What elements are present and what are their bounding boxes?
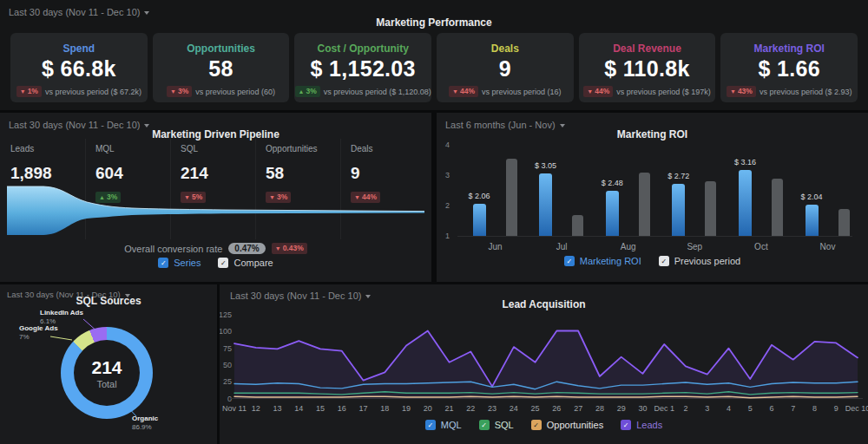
funnel-title: Marketing Driven Pipeline xyxy=(0,128,431,140)
roi-bar-previous xyxy=(639,173,650,237)
legend-checkbox-marketing-roi[interactable]: Marketing ROI xyxy=(564,256,641,266)
roi-legend: Marketing ROIPrevious period xyxy=(437,256,868,266)
legend-checkbox-previous-period[interactable]: Previous period xyxy=(659,256,740,266)
kpi-title: Opportunities xyxy=(153,42,290,55)
delta-badge: 5% xyxy=(181,192,206,203)
stage-delta: 3% xyxy=(266,187,345,203)
delta-badge: 3% xyxy=(95,192,121,203)
legend-label: Previous period xyxy=(674,256,740,266)
arrow-down-icon xyxy=(587,87,593,96)
kpi-compare-text: vs previous period ($ 1,120.08) xyxy=(324,88,431,96)
kpi-cards-row: Spend$ 66.8k1%vs previous period ($ 67.2… xyxy=(10,33,858,102)
x-tick-label: 9 xyxy=(834,404,838,413)
delta-value: 43% xyxy=(738,87,753,96)
delta-value: 44% xyxy=(460,87,475,96)
kpi-card: Opportunities583%vs previous period (60) xyxy=(153,33,290,102)
kpi-delta-row: 44%vs previous period (16) xyxy=(437,86,574,97)
kpi-title: Deals xyxy=(437,42,574,55)
arrow-down-icon xyxy=(354,193,360,202)
bar-value-label: $ 3.05 xyxy=(520,161,572,170)
donut-center: 214 Total xyxy=(74,340,140,406)
kpi-delta-row: 43%vs previous period ($ 2.93) xyxy=(720,86,858,97)
chevron-down-icon xyxy=(144,124,149,127)
x-tick-label: 16 xyxy=(338,404,346,413)
bar-value-label: $ 2.48 xyxy=(586,179,638,187)
roi-bar-current xyxy=(539,173,552,236)
slice-name: LinkedIn Ads xyxy=(40,309,83,317)
arrow-up-icon xyxy=(14,193,20,202)
funnel-stage-leads: Leads1,8987% xyxy=(10,144,90,203)
delta-badge: 3% xyxy=(266,192,291,203)
x-tick-label: 13 xyxy=(273,404,282,413)
x-tick-label: Jun xyxy=(470,242,522,251)
donut-total-label: Total xyxy=(96,379,116,389)
sql-sources-title: SQL Sources xyxy=(0,295,217,307)
kpi-title: Spend xyxy=(10,42,148,55)
legend-checkbox-opportunities[interactable]: Opportunities xyxy=(531,420,603,430)
y-tick-label: 125 xyxy=(220,310,232,319)
delta-badge: 3% xyxy=(295,86,320,97)
kpi-value: 9 xyxy=(437,56,574,82)
lead-acquisition-panel: Last 30 days (Nov 11 - Dec 10) Lead Acqu… xyxy=(220,284,868,444)
lead-legend: MQLSQLOpportunitiesLeads xyxy=(220,420,868,430)
funnel-legend: SeriesCompare xyxy=(0,258,431,268)
stage-delta: 7% xyxy=(10,187,90,203)
funnel-stage-mql: MQL6043% xyxy=(95,144,175,203)
roi-bar-current xyxy=(606,191,619,236)
legend-checkbox-compare[interactable]: Compare xyxy=(218,258,273,268)
kpi-compare-text: vs previous period (16) xyxy=(482,88,562,96)
y-tick-label: 4 xyxy=(445,140,450,149)
kpi-value: $ 66.8k xyxy=(10,56,148,82)
page-title: Marketing Performance xyxy=(0,16,868,29)
x-tick-label: 3 xyxy=(705,404,709,413)
stage-value: 58 xyxy=(266,164,345,183)
stage-label: MQL xyxy=(95,144,175,153)
delta-value: 44% xyxy=(595,87,609,96)
stage-value: 9 xyxy=(351,164,431,183)
legend-label: SQL xyxy=(495,420,514,430)
checkbox-icon xyxy=(564,256,575,266)
kpi-title: Marketing ROI xyxy=(720,42,858,55)
legend-label: Leads xyxy=(636,420,662,430)
legend-checkbox-series[interactable]: Series xyxy=(158,258,201,268)
stage-label: Opportunities xyxy=(266,144,345,153)
legend-checkbox-leads[interactable]: Leads xyxy=(621,420,662,430)
legend-checkbox-mql[interactable]: MQL xyxy=(425,420,462,430)
conversion-delta-badge: 0.43% xyxy=(272,243,307,254)
legend-label: Series xyxy=(174,258,201,268)
x-tick-label: Sep xyxy=(668,242,720,251)
kpi-panel: Last 30 days (Nov 11 - Dec 10) Marketing… xyxy=(0,0,868,110)
delta-value: 3% xyxy=(107,193,117,202)
kpi-compare-text: vs previous period ($ 197k) xyxy=(616,88,711,96)
conversion-rate-row: Overall conversion rate 0.47% 0.43% xyxy=(0,243,431,254)
delta-value: 44% xyxy=(362,193,377,202)
x-tick-label: 26 xyxy=(552,404,561,413)
x-tick-label: 30 xyxy=(638,404,647,413)
x-tick-label: 22 xyxy=(466,404,475,413)
delta-badge: 3% xyxy=(167,86,192,97)
roi-bar-previous xyxy=(506,159,517,236)
arrow-up-icon xyxy=(299,87,305,96)
arrow-down-icon xyxy=(184,193,190,202)
kpi-compare-text: vs previous period (60) xyxy=(195,88,275,96)
delta-badge: 1% xyxy=(16,86,42,97)
sql-sources-panel: Last 30 days (Nov 11 - Dec 10) SQL Sourc… xyxy=(0,284,217,444)
checkbox-icon xyxy=(659,256,669,266)
y-tick-label: 50 xyxy=(223,361,232,369)
roi-panel: Last 6 months (Jun - Nov) Marketing ROI … xyxy=(437,113,868,282)
kpi-compare-text: vs previous period ($ 2.93) xyxy=(760,88,852,96)
checkbox-icon xyxy=(479,420,490,430)
delta-badge: 44% xyxy=(449,86,478,97)
arrow-down-icon xyxy=(170,87,176,96)
delta-value: 3% xyxy=(178,87,188,96)
chevron-down-icon xyxy=(144,11,149,15)
x-tick-label: 27 xyxy=(574,404,582,413)
kpi-value: $ 1,152.03 xyxy=(294,56,431,82)
arrow-down-icon xyxy=(452,87,458,96)
delta-badge: 44% xyxy=(351,192,380,203)
legend-checkbox-sql[interactable]: SQL xyxy=(479,420,514,430)
x-axis-line xyxy=(457,236,852,237)
kpi-card: Deals944%vs previous period (16) xyxy=(437,33,574,102)
x-tick-label: 23 xyxy=(488,404,496,413)
kpi-delta-row: 3%vs previous period ($ 1,120.08) xyxy=(294,86,431,97)
